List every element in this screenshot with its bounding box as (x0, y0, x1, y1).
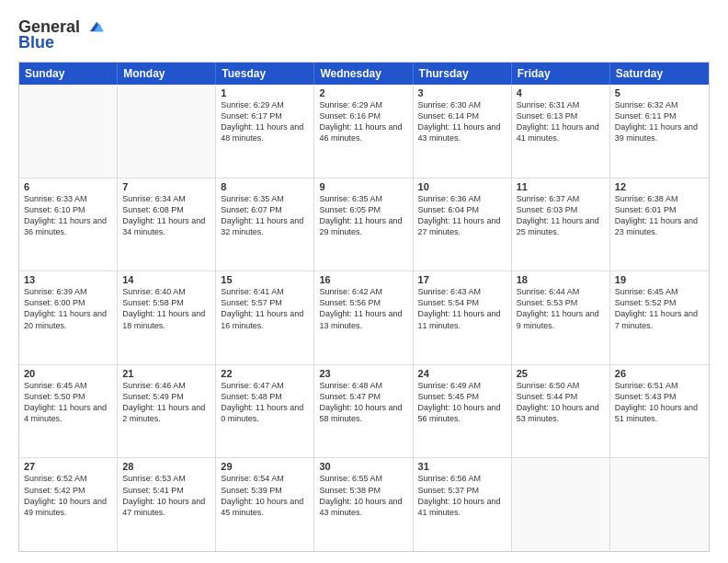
header-day-tuesday: Tuesday (216, 63, 314, 85)
calendar-cell: 4 Sunrise: 6:31 AM Sunset: 6:13 PM Dayli… (512, 85, 610, 178)
day-number: 30 (319, 461, 407, 472)
logo-icon (85, 17, 105, 37)
day-number: 10 (418, 181, 506, 192)
day-number: 20 (24, 368, 112, 379)
day-number: 15 (221, 274, 309, 285)
calendar-cell: 14 Sunrise: 6:40 AM Sunset: 5:58 PM Dayl… (118, 271, 216, 364)
cell-info: Sunrise: 6:38 AM Sunset: 6:01 PM Dayligh… (615, 193, 704, 238)
calendar-cell: 1 Sunrise: 6:29 AM Sunset: 6:17 PM Dayli… (216, 85, 314, 178)
header-day-sunday: Sunday (19, 63, 118, 85)
cell-info: Sunrise: 6:45 AM Sunset: 5:50 PM Dayligh… (24, 380, 112, 425)
day-number: 29 (221, 461, 309, 472)
calendar-cell: 9 Sunrise: 6:35 AM Sunset: 6:05 PM Dayli… (314, 178, 413, 271)
calendar-cell: 5 Sunrise: 6:32 AM Sunset: 6:11 PM Dayli… (610, 85, 709, 178)
calendar-cell (118, 85, 216, 178)
calendar-cell: 19 Sunrise: 6:45 AM Sunset: 5:52 PM Dayl… (610, 271, 709, 364)
day-number: 7 (122, 181, 210, 192)
calendar-cell: 8 Sunrise: 6:35 AM Sunset: 6:07 PM Dayli… (216, 178, 314, 271)
cell-info: Sunrise: 6:54 AM Sunset: 5:39 PM Dayligh… (221, 473, 309, 518)
day-number: 31 (418, 461, 506, 472)
calendar-cell: 12 Sunrise: 6:38 AM Sunset: 6:01 PM Dayl… (610, 178, 709, 271)
day-number: 3 (418, 87, 506, 98)
cell-info: Sunrise: 6:44 AM Sunset: 5:53 PM Dayligh… (517, 286, 605, 331)
cell-info: Sunrise: 6:29 AM Sunset: 6:17 PM Dayligh… (221, 99, 309, 144)
cell-info: Sunrise: 6:41 AM Sunset: 5:57 PM Dayligh… (221, 286, 309, 331)
header-day-friday: Friday (512, 63, 610, 85)
cell-info: Sunrise: 6:45 AM Sunset: 5:52 PM Dayligh… (615, 286, 704, 331)
calendar-header: SundayMondayTuesdayWednesdayThursdayFrid… (19, 63, 709, 85)
calendar-cell (19, 85, 118, 178)
logo: General Blue (18, 17, 105, 52)
day-number: 19 (615, 274, 704, 285)
header-day-saturday: Saturday (610, 63, 709, 85)
day-number: 8 (221, 181, 309, 192)
page: General Blue SundayMondayTuesdayWednesda… (0, 0, 728, 563)
cell-info: Sunrise: 6:34 AM Sunset: 6:08 PM Dayligh… (122, 193, 210, 238)
calendar-cell (512, 458, 610, 551)
calendar-cell: 13 Sunrise: 6:39 AM Sunset: 6:00 PM Dayl… (19, 271, 118, 364)
day-number: 24 (418, 368, 506, 379)
day-number: 12 (615, 181, 704, 192)
calendar-cell: 30 Sunrise: 6:55 AM Sunset: 5:38 PM Dayl… (314, 458, 413, 551)
calendar-cell: 15 Sunrise: 6:41 AM Sunset: 5:57 PM Dayl… (216, 271, 314, 364)
calendar-cell: 18 Sunrise: 6:44 AM Sunset: 5:53 PM Dayl… (512, 271, 610, 364)
day-number: 21 (122, 368, 210, 379)
day-number: 27 (24, 461, 112, 472)
calendar-cell: 28 Sunrise: 6:53 AM Sunset: 5:41 PM Dayl… (118, 458, 216, 551)
calendar-cell: 26 Sunrise: 6:51 AM Sunset: 5:43 PM Dayl… (610, 365, 709, 458)
day-number: 16 (319, 274, 407, 285)
calendar-cell: 27 Sunrise: 6:52 AM Sunset: 5:42 PM Dayl… (19, 458, 118, 551)
calendar-cell: 2 Sunrise: 6:29 AM Sunset: 6:16 PM Dayli… (314, 85, 413, 178)
day-number: 2 (319, 87, 407, 98)
calendar-cell: 3 Sunrise: 6:30 AM Sunset: 6:14 PM Dayli… (414, 85, 512, 178)
day-number: 17 (418, 274, 506, 285)
calendar-cell: 31 Sunrise: 6:56 AM Sunset: 5:37 PM Dayl… (414, 458, 512, 551)
calendar-cell: 20 Sunrise: 6:45 AM Sunset: 5:50 PM Dayl… (19, 365, 118, 458)
calendar-row-3: 20 Sunrise: 6:45 AM Sunset: 5:50 PM Dayl… (19, 364, 709, 458)
day-number: 5 (615, 87, 704, 98)
header: General Blue (18, 17, 710, 52)
calendar-cell: 10 Sunrise: 6:36 AM Sunset: 6:04 PM Dayl… (414, 178, 512, 271)
calendar-cell: 24 Sunrise: 6:49 AM Sunset: 5:45 PM Dayl… (414, 365, 512, 458)
day-number: 6 (24, 181, 112, 192)
calendar-cell (610, 458, 709, 551)
day-number: 28 (122, 461, 210, 472)
calendar-row-4: 27 Sunrise: 6:52 AM Sunset: 5:42 PM Dayl… (19, 457, 709, 551)
cell-info: Sunrise: 6:51 AM Sunset: 5:43 PM Dayligh… (615, 380, 704, 425)
day-number: 11 (517, 181, 605, 192)
calendar-cell: 25 Sunrise: 6:50 AM Sunset: 5:44 PM Dayl… (512, 365, 610, 458)
cell-info: Sunrise: 6:29 AM Sunset: 6:16 PM Dayligh… (319, 99, 407, 144)
cell-info: Sunrise: 6:40 AM Sunset: 5:58 PM Dayligh… (122, 286, 210, 331)
calendar-cell: 17 Sunrise: 6:43 AM Sunset: 5:54 PM Dayl… (414, 271, 512, 364)
day-number: 9 (319, 181, 407, 192)
calendar-cell: 21 Sunrise: 6:46 AM Sunset: 5:49 PM Dayl… (118, 365, 216, 458)
day-number: 22 (221, 368, 309, 379)
calendar-row-2: 13 Sunrise: 6:39 AM Sunset: 6:00 PM Dayl… (19, 270, 709, 364)
calendar-cell: 22 Sunrise: 6:47 AM Sunset: 5:48 PM Dayl… (216, 365, 314, 458)
calendar-cell: 16 Sunrise: 6:42 AM Sunset: 5:56 PM Dayl… (314, 271, 413, 364)
calendar-row-1: 6 Sunrise: 6:33 AM Sunset: 6:10 PM Dayli… (19, 178, 709, 271)
day-number: 25 (517, 368, 605, 379)
day-number: 26 (615, 368, 704, 379)
calendar-cell: 6 Sunrise: 6:33 AM Sunset: 6:10 PM Dayli… (19, 178, 118, 271)
cell-info: Sunrise: 6:55 AM Sunset: 5:38 PM Dayligh… (319, 473, 407, 518)
cell-info: Sunrise: 6:52 AM Sunset: 5:42 PM Dayligh… (24, 473, 112, 518)
cell-info: Sunrise: 6:49 AM Sunset: 5:45 PM Dayligh… (418, 380, 506, 425)
cell-info: Sunrise: 6:43 AM Sunset: 5:54 PM Dayligh… (418, 286, 506, 331)
day-number: 1 (221, 87, 309, 98)
cell-info: Sunrise: 6:47 AM Sunset: 5:48 PM Dayligh… (221, 380, 309, 425)
logo-blue-text: Blue (18, 33, 54, 52)
cell-info: Sunrise: 6:32 AM Sunset: 6:11 PM Dayligh… (615, 99, 704, 144)
header-day-thursday: Thursday (414, 63, 512, 85)
cell-info: Sunrise: 6:56 AM Sunset: 5:37 PM Dayligh… (418, 473, 506, 518)
calendar-cell: 11 Sunrise: 6:37 AM Sunset: 6:03 PM Dayl… (512, 178, 610, 271)
cell-info: Sunrise: 6:37 AM Sunset: 6:03 PM Dayligh… (517, 193, 605, 238)
cell-info: Sunrise: 6:39 AM Sunset: 6:00 PM Dayligh… (24, 286, 112, 331)
calendar-cell: 7 Sunrise: 6:34 AM Sunset: 6:08 PM Dayli… (118, 178, 216, 271)
cell-info: Sunrise: 6:35 AM Sunset: 6:07 PM Dayligh… (221, 193, 309, 238)
calendar-row-0: 1 Sunrise: 6:29 AM Sunset: 6:17 PM Dayli… (19, 85, 709, 178)
cell-info: Sunrise: 6:36 AM Sunset: 6:04 PM Dayligh… (418, 193, 506, 238)
cell-info: Sunrise: 6:35 AM Sunset: 6:05 PM Dayligh… (319, 193, 407, 238)
calendar: SundayMondayTuesdayWednesdayThursdayFrid… (18, 62, 710, 552)
cell-info: Sunrise: 6:46 AM Sunset: 5:49 PM Dayligh… (122, 380, 210, 425)
